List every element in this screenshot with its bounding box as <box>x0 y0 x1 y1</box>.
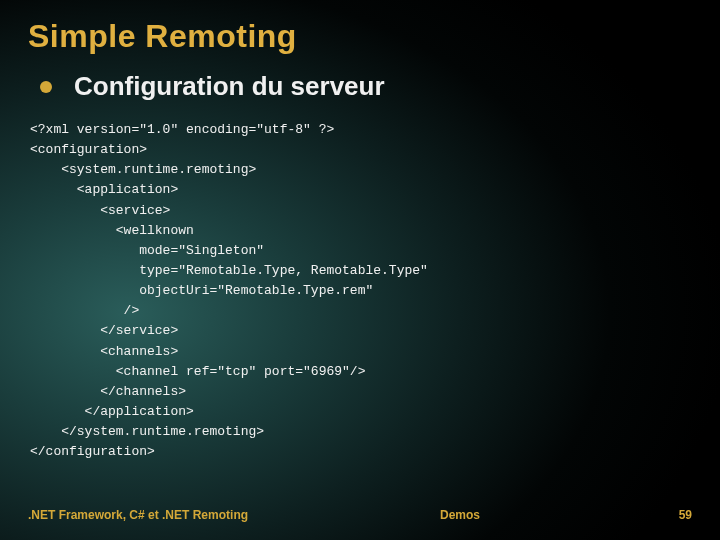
slide-container: Simple Remoting Configuration du serveur… <box>0 0 720 540</box>
bullet-text: Configuration du serveur <box>74 71 385 102</box>
bullet-item: Configuration du serveur <box>40 71 692 102</box>
code-block: <?xml version="1.0" encoding="utf-8" ?> … <box>30 120 692 462</box>
footer-center: Demos <box>440 508 480 522</box>
footer-left: .NET Framework, C# et .NET Remoting <box>28 508 248 522</box>
bullet-dot-icon <box>40 81 52 93</box>
slide-footer: .NET Framework, C# et .NET Remoting Demo… <box>0 508 720 522</box>
footer-right: 59 <box>679 508 692 522</box>
slide-title: Simple Remoting <box>28 18 692 55</box>
